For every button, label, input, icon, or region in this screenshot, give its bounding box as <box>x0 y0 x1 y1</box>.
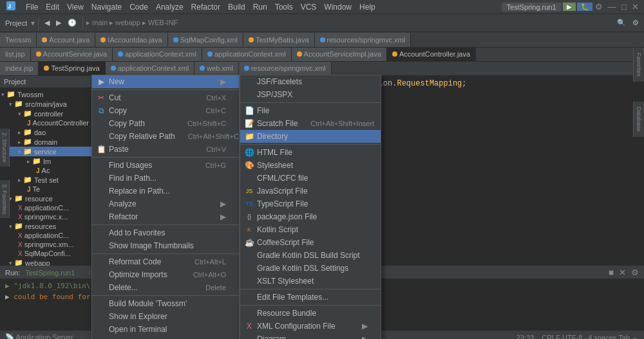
ctx-delete[interactable]: Delete... Delete <box>92 281 239 294</box>
menu-tools[interactable]: Tools <box>271 1 297 13</box>
cut-shortcut: Ctrl+X <box>206 94 226 102</box>
ctx-cut[interactable]: ✂ Cut Ctrl+X <box>92 91 239 104</box>
tab-list-jsp[interactable]: list.jsp <box>0 48 31 61</box>
ctx-delete-label: Delete... <box>109 283 138 292</box>
tab-iaccountdao[interactable]: IAccountdao.java <box>95 33 167 47</box>
tab-testspring-java[interactable]: TestSpring.java <box>39 62 105 75</box>
submenu-jsp[interactable]: JSP/JSPX <box>240 88 381 101</box>
ctx-copy-relative-path[interactable]: Copy Relative Path Ctrl+Alt+Shift+C <box>92 130 239 143</box>
submenu-gradle-build[interactable]: Gradle Kotlin DSL Build Script <box>240 249 381 262</box>
recent-files-button[interactable]: 🕐 <box>65 17 79 28</box>
ctx-optimize-imports[interactable]: Optimize Imports Ctrl+Alt+O <box>92 268 239 281</box>
tab-accountcontroller[interactable]: AccountController.java <box>387 48 476 61</box>
menu-code[interactable]: Code <box>126 1 152 13</box>
tab-appcontext-xml[interactable]: applicationContext.xml <box>113 48 202 61</box>
run-stop-button[interactable]: ■ <box>609 268 614 277</box>
submenu-typescript[interactable]: TS TypeScript File <box>240 197 381 210</box>
ctx-find-usages[interactable]: Find Usages Ctrl+G <box>92 159 239 172</box>
submenu-resource-bundle[interactable]: Resource Bundle <box>240 307 381 320</box>
submenu-xml-config[interactable]: X XML Configuration File ▶ <box>240 320 381 333</box>
tab-index-jsp[interactable]: index.jsp <box>0 62 39 75</box>
ctx-analyze[interactable]: Analyze ▶ <box>92 197 239 210</box>
tab-sqlmapconfig[interactable]: SqlMapConfig.xml <box>168 33 243 47</box>
run-arrow: ▶ <box>5 282 10 290</box>
ctx-add-favorites[interactable]: Add to Favorites <box>92 226 239 239</box>
reformat-shortcut: Ctrl+Alt+L <box>194 258 226 266</box>
menu-analyze[interactable]: Analyze <box>152 1 187 13</box>
settings-button[interactable]: ⚙ <box>630 17 641 28</box>
submenu-xslt[interactable]: XSLT Stylesheet <box>240 275 381 288</box>
submenu-scratch[interactable]: 📝 Scratch File Ctrl+Alt+Shift+Insert <box>240 117 381 130</box>
tab-appcontext-xml2[interactable]: applicationContext.xml <box>202 48 292 61</box>
submenu-kotlin-script[interactable]: K Kotlin Script <box>240 223 381 236</box>
favorites-tab[interactable]: Favorites <box>633 48 644 82</box>
submenu-javascript[interactable]: JS JavaScript File <box>240 185 381 197</box>
tab-twossm[interactable]: Twossm <box>0 33 37 47</box>
tab-accountserviceimpl[interactable]: AccountServiceImpl.java <box>292 48 387 61</box>
menu-navigate[interactable]: Navigate <box>88 1 126 13</box>
run-close-button[interactable]: ✕ <box>619 268 626 277</box>
submenu-edit-templates[interactable]: Edit File Templates... <box>240 291 381 304</box>
toolbar-maximize[interactable]: □ <box>619 1 629 12</box>
run-settings-button[interactable]: ⚙ <box>631 268 639 277</box>
ctx-find-in-path[interactable]: Find in Path... <box>92 172 239 185</box>
tab-springmvc-xml[interactable]: resources/springmvc.xml <box>315 33 412 47</box>
ctx-copy-path[interactable]: Copy Path Ctrl+Shift+C <box>92 117 239 130</box>
ctx-cut-label: Cut <box>109 93 121 102</box>
toolbar: Project ▾ ◀ ▶ 🕐 ▸ main ▸ webapp ▸ WEB-IN… <box>0 14 644 32</box>
ctx-build-module[interactable]: Build Module 'Twossm' <box>92 297 239 310</box>
menu-edit[interactable]: Edit <box>42 1 63 13</box>
expand-icon: ▸ <box>18 177 21 183</box>
ctx-paste[interactable]: 📋 Paste Ctrl+V <box>92 143 239 156</box>
forward-button[interactable]: ▶ <box>53 17 64 28</box>
submenu-diagram[interactable]: Diagram ▶ <box>240 333 381 339</box>
database-tab[interactable]: Database <box>633 102 644 137</box>
submenu-file[interactable]: 📄 File <box>240 104 381 117</box>
app-server-button[interactable]: 📡 Application Server <box>5 333 73 339</box>
ctx-replace-in-path[interactable]: Replace in Path... <box>92 185 239 197</box>
structure-tab[interactable]: 2: Structure <box>0 129 10 167</box>
menu-view[interactable]: View <box>63 1 88 13</box>
toolbar-minimize[interactable]: — <box>605 1 619 12</box>
tab-web-xml[interactable]: web.xml <box>194 62 238 75</box>
favorites-left-tab[interactable]: 3: Favorites <box>0 180 10 218</box>
submenu-stylesheet[interactable]: 🎨 Stylesheet <box>240 159 381 172</box>
ctx-show-explorer[interactable]: Show in Explorer <box>92 310 239 323</box>
submenu-html[interactable]: 🌐 HTML File <box>240 146 381 159</box>
submenu-directory[interactable]: 📁 Directory <box>240 130 381 143</box>
ctx-copy[interactable]: ⧉ Copy Ctrl+C <box>92 104 239 117</box>
menu-run[interactable]: Run <box>249 1 271 13</box>
submenu-coffeescript[interactable]: ☕ CoffeeScript File <box>240 236 381 249</box>
back-button[interactable]: ◀ <box>42 17 52 28</box>
menu-build[interactable]: Build <box>224 1 249 13</box>
ctx-reformat[interactable]: Reformat Code Ctrl+Alt+L <box>92 255 239 268</box>
submenu-packagejson[interactable]: {} package.json File <box>240 210 381 223</box>
menu-help[interactable]: Help <box>355 1 379 13</box>
menu-window[interactable]: Window <box>320 1 355 13</box>
submenu-jsf[interactable]: JSF/Facelets <box>240 75 381 88</box>
run-button[interactable]: ▶ <box>563 3 576 11</box>
ctx-show-thumbnails[interactable]: Show Image Thumbnails <box>92 239 239 252</box>
project-dropdown[interactable]: ▾ <box>31 19 35 28</box>
tab-accountservice-java[interactable]: AccountService.java <box>31 48 113 61</box>
java-icon <box>42 37 47 42</box>
submenu-cfml[interactable]: CFML/CFC file <box>240 172 381 185</box>
submenu-gradle-settings[interactable]: Gradle Kotlin DSL Settings <box>240 262 381 275</box>
menu-vcs[interactable]: VCS <box>297 1 321 13</box>
toolbar-close[interactable]: ✕ <box>629 1 641 12</box>
toolbar-separator-2 <box>82 17 83 29</box>
search-everywhere-button[interactable]: 🔍 <box>614 17 629 28</box>
tab-account-java[interactable]: Account.java <box>37 33 95 47</box>
debug-button[interactable]: 🐛 <box>577 3 592 11</box>
toolbar-settings[interactable]: ⚙ <box>592 1 605 12</box>
menu-refactor[interactable]: Refactor <box>187 1 224 13</box>
tab-appcontext-xml3[interactable]: applicationContext.xml <box>106 62 195 75</box>
ctx-refactor[interactable]: Refactor ▶ <box>92 210 239 223</box>
tab-resource-springmvc[interactable]: resource/springmvc.xml <box>239 62 332 75</box>
tab-testmybatis[interactable]: TestMyBatis.java <box>243 33 315 47</box>
ctx-new[interactable]: ▶ New ▶ <box>92 75 239 88</box>
ctx-local-history[interactable]: Local History ▶ <box>92 336 239 339</box>
ctx-open-terminal[interactable]: Open in Terminal <box>92 323 239 336</box>
menu-file[interactable]: File <box>22 1 42 13</box>
optimize-shortcut: Ctrl+Alt+O <box>193 271 226 279</box>
